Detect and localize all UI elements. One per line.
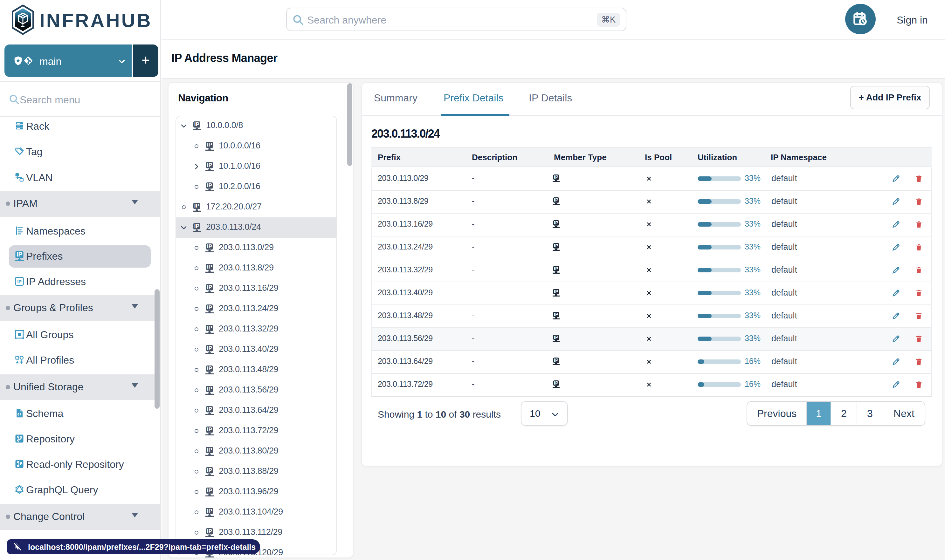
svg-text:IP: IP: [207, 386, 212, 392]
svg-text:IP: IP: [207, 487, 212, 494]
svg-text:IP: IP: [554, 243, 558, 248]
svg-text:IP: IP: [207, 304, 212, 311]
svg-text:IP: IP: [207, 467, 212, 473]
svg-text:IP: IP: [207, 325, 212, 331]
svg-text:IP: IP: [554, 266, 558, 271]
svg-text:IP: IP: [207, 284, 212, 290]
svg-text:IP: IP: [207, 263, 212, 270]
svg-text:IP: IP: [554, 312, 558, 317]
svg-text:IP: IP: [554, 289, 558, 294]
svg-text:IP: IP: [207, 446, 212, 453]
svg-text:IP: IP: [194, 121, 199, 128]
svg-text:IP: IP: [207, 426, 212, 432]
svg-text:IP: IP: [17, 251, 23, 258]
svg-text:IP: IP: [194, 223, 199, 229]
svg-text:IP: IP: [17, 279, 22, 284]
svg-text:IP: IP: [207, 162, 212, 168]
svg-text:IP: IP: [554, 197, 558, 202]
svg-text:IP: IP: [207, 142, 212, 148]
svg-text:IP: IP: [207, 365, 212, 372]
svg-text:IP: IP: [207, 406, 212, 412]
svg-text:IP: IP: [194, 202, 199, 209]
svg-text:IP: IP: [207, 243, 212, 249]
svg-text:IP: IP: [554, 335, 558, 340]
svg-text:IP: IP: [207, 528, 212, 534]
svg-text:IP: IP: [554, 380, 558, 386]
svg-text:IP: IP: [554, 358, 558, 363]
svg-text:IP: IP: [554, 220, 558, 225]
svg-text:IP: IP: [207, 345, 212, 351]
svg-text:IP: IP: [554, 174, 558, 180]
svg-text:IP: IP: [207, 508, 212, 514]
svg-text:IP: IP: [207, 182, 212, 188]
